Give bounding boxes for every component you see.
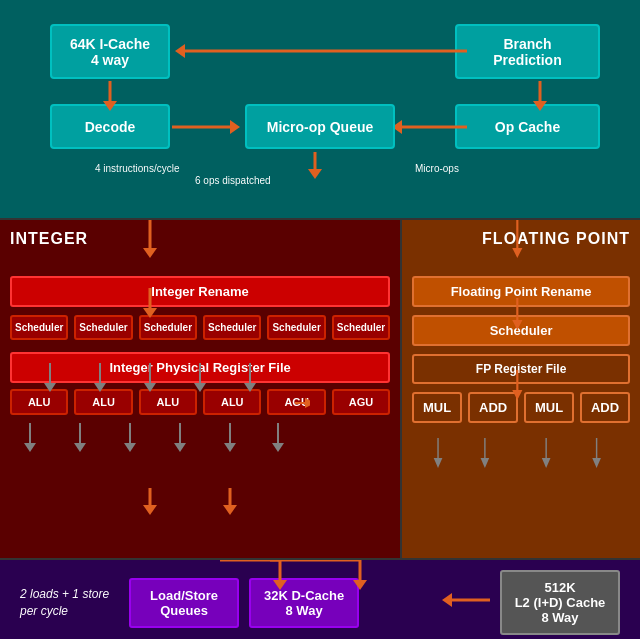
l2cache-label1: 512K xyxy=(544,580,575,595)
scheduler-5: Scheduler xyxy=(267,315,325,340)
agu-1: AGU xyxy=(267,389,325,415)
dcache-box: 32K D-Cache 8 Way xyxy=(249,578,359,628)
fp-units-row: MUL ADD MUL ADD xyxy=(412,392,630,423)
alu-agu-row: ALU ALU ALU ALU AGU AGU xyxy=(10,389,390,415)
svg-text:Micro-ops: Micro-ops xyxy=(415,163,459,174)
alu-1: ALU xyxy=(10,389,68,415)
svg-marker-16 xyxy=(143,248,157,258)
branch-label: Branch Prediction xyxy=(469,36,586,68)
opcache-box: Op Cache xyxy=(455,104,600,149)
loadstore-label1: Load/Store xyxy=(150,588,218,603)
svg-text:4 instructions/cycle: 4 instructions/cycle xyxy=(95,163,180,174)
scheduler-1: Scheduler xyxy=(10,315,68,340)
middle-section: INTEGER xyxy=(0,220,640,560)
icache-label-line2: 4 way xyxy=(91,52,129,68)
svg-marker-48 xyxy=(512,248,522,258)
fp-mul-2: MUL xyxy=(524,392,574,423)
svg-marker-30 xyxy=(24,443,36,452)
svg-marker-44 xyxy=(223,505,237,515)
scheduler-4: Scheduler xyxy=(203,315,261,340)
svg-marker-54 xyxy=(434,458,443,468)
fp-scheduler-box: Scheduler xyxy=(412,315,630,346)
scheduler-3: Scheduler xyxy=(139,315,197,340)
microop-queue-box: Micro-op Queue xyxy=(245,104,395,149)
floating-point-section: FLOATING POINT xyxy=(402,220,640,558)
svg-marker-56 xyxy=(481,458,490,468)
svg-marker-42 xyxy=(143,505,157,515)
alu-3: ALU xyxy=(139,389,197,415)
l2cache-label3: 8 Way xyxy=(541,610,578,625)
fp-add-1: ADD xyxy=(468,392,518,423)
loadstore-label2: Queues xyxy=(160,603,208,618)
svg-marker-36 xyxy=(174,443,186,452)
l2cache-box: 512K L2 (I+D) Cache 8 Way xyxy=(500,570,620,635)
svg-marker-7 xyxy=(230,120,240,134)
top-section: 4 instructions/cycle 6 ops dispatched Mi… xyxy=(0,0,640,220)
cpu-diagram: 4 instructions/cycle 6 ops dispatched Mi… xyxy=(0,0,640,639)
alu-4: ALU xyxy=(203,389,261,415)
integer-rename-box: Integer Rename xyxy=(10,276,390,307)
bottom-section: 2 loads + 1 storeper cycle Load/Store Qu… xyxy=(0,560,640,639)
scheduler-6: Scheduler xyxy=(332,315,390,340)
fp-add-2: ADD xyxy=(580,392,630,423)
integer-section-label: INTEGER xyxy=(10,230,390,248)
opcache-label: Op Cache xyxy=(495,119,560,135)
float-section-label: FLOATING POINT xyxy=(412,230,630,248)
svg-marker-60 xyxy=(592,458,601,468)
integer-content: Integer Rename Scheduler Scheduler Sched… xyxy=(10,276,390,421)
branch-prediction-box: Branch Prediction xyxy=(455,24,600,79)
dcache-label1: 32K D-Cache xyxy=(264,588,344,603)
decode-box: Decode xyxy=(50,104,170,149)
integer-regfile-box: Integer Physical Register File xyxy=(10,352,390,383)
l2cache-label2: L2 (I+D) Cache xyxy=(515,595,606,610)
svg-marker-11 xyxy=(308,169,322,179)
icache-label-line1: 64K I-Cache xyxy=(70,36,150,52)
microop-label: Micro-op Queue xyxy=(267,119,374,135)
svg-marker-34 xyxy=(124,443,136,452)
svg-marker-68 xyxy=(442,593,452,607)
svg-marker-5 xyxy=(175,44,185,58)
dcache-label2: 8 Way xyxy=(286,603,323,618)
svg-text:6 ops dispatched: 6 ops dispatched xyxy=(195,175,271,186)
svg-marker-38 xyxy=(224,443,236,452)
decode-label: Decode xyxy=(85,119,136,135)
schedulers-row: Scheduler Scheduler Scheduler Scheduler … xyxy=(10,315,390,340)
svg-marker-58 xyxy=(542,458,551,468)
float-content: Floating Point Rename Scheduler FP Regis… xyxy=(412,276,630,429)
fp-regfile-box: FP Register File xyxy=(412,354,630,384)
fp-rename-box: Floating Point Rename xyxy=(412,276,630,307)
alu-2: ALU xyxy=(74,389,132,415)
scheduler-2: Scheduler xyxy=(74,315,132,340)
icache-box: 64K I-Cache 4 way xyxy=(50,24,170,79)
svg-marker-32 xyxy=(74,443,86,452)
fp-mul-1: MUL xyxy=(412,392,462,423)
svg-marker-40 xyxy=(272,443,284,452)
loadstore-box: Load/Store Queues xyxy=(129,578,239,628)
agu-2: AGU xyxy=(332,389,390,415)
loads-store-text: 2 loads + 1 storeper cycle xyxy=(20,586,109,620)
integer-section: INTEGER xyxy=(0,220,402,558)
